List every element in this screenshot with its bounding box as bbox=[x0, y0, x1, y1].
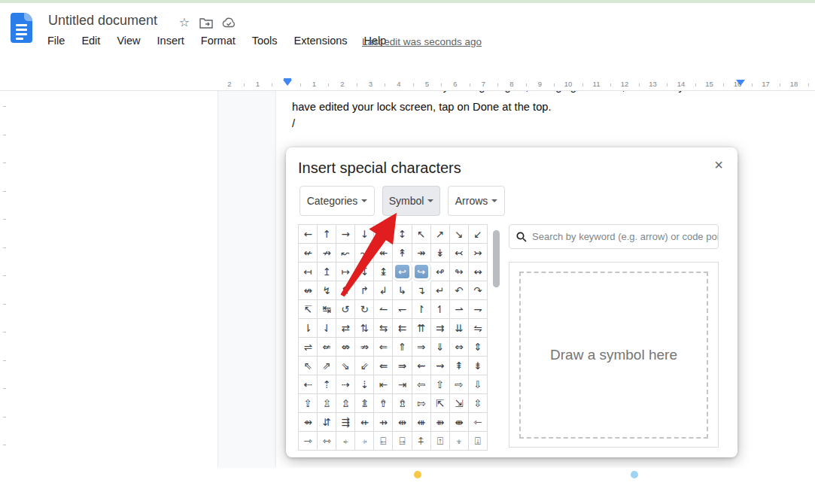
symbol-cell[interactable]: ↿ bbox=[431, 300, 450, 319]
symbol-cell[interactable]: ⇈ bbox=[412, 319, 431, 338]
symbol-cell[interactable]: ↜ bbox=[336, 244, 355, 263]
symbol-cell[interactable]: ⇱ bbox=[431, 394, 450, 413]
symbol-cell[interactable]: ⇊ bbox=[450, 319, 469, 338]
draw-symbol-area[interactable]: Draw a symbol here bbox=[519, 272, 708, 439]
symbol-cell[interactable]: ⇣ bbox=[355, 375, 374, 394]
symbol-cell[interactable]: ↯ bbox=[318, 281, 336, 300]
horizontal-ruler[interactable]: 21123456789101112131415161718 bbox=[0, 78, 815, 91]
symbol-cell[interactable]: ⇙ bbox=[355, 357, 374, 375]
symbol-cell[interactable]: ⇓ bbox=[431, 338, 450, 357]
symbol-cell[interactable]: ⇌ bbox=[299, 338, 318, 357]
symbol-cell[interactable]: ↰ bbox=[336, 281, 355, 300]
symbol-cell[interactable]: ⇘ bbox=[336, 357, 355, 375]
symbol-cell[interactable]: ↔ bbox=[374, 225, 393, 244]
symbol-cell[interactable]: ↥ bbox=[318, 263, 336, 281]
cloud-status-icon[interactable] bbox=[222, 17, 236, 31]
symbol-cell[interactable]: ⇵ bbox=[318, 413, 336, 432]
symbol-cell[interactable]: ↶ bbox=[450, 281, 469, 300]
symbol-cell[interactable]: ↬ bbox=[450, 263, 469, 281]
symbol-cell[interactable]: ↭ bbox=[469, 263, 488, 281]
symbol-cell[interactable]: ⍇ bbox=[374, 432, 393, 451]
symbol-cell[interactable]: ↛ bbox=[318, 244, 336, 263]
symbol-cell[interactable]: ⇧ bbox=[431, 375, 450, 394]
symbol-cell[interactable]: ↙ bbox=[469, 225, 488, 244]
symbol-cell[interactable]: ⇁ bbox=[469, 300, 488, 319]
symbol-cell[interactable]: ⇛ bbox=[393, 357, 412, 375]
symbol-cell[interactable]: ↣ bbox=[469, 244, 488, 263]
symbol-cell[interactable]: ↓ bbox=[355, 225, 374, 244]
menu-file[interactable]: File bbox=[47, 35, 65, 47]
symbol-cell[interactable]: ↨ bbox=[374, 263, 393, 281]
symbol-cell[interactable]: ⇩ bbox=[469, 375, 488, 394]
document-title[interactable]: Untitled document bbox=[48, 13, 157, 29]
symbol-cell[interactable]: ⇡ bbox=[318, 375, 336, 394]
menu-view[interactable]: View bbox=[117, 35, 140, 47]
symbol-cell[interactable]: ↱ bbox=[355, 281, 374, 300]
symbol-cell[interactable]: ⇂ bbox=[299, 319, 318, 338]
symbol-cell[interactable]: ⇼ bbox=[450, 413, 469, 432]
symbol-cell[interactable]: ⇴ bbox=[299, 413, 318, 432]
symbol-cell[interactable]: ⇮ bbox=[374, 394, 393, 413]
symbol-cell[interactable]: ⇗ bbox=[318, 357, 336, 375]
symbol-cell[interactable]: ↖ bbox=[412, 225, 431, 244]
symbol-cell[interactable]: ⇸ bbox=[374, 413, 393, 432]
menu-tools[interactable]: Tools bbox=[252, 35, 278, 47]
symbol-cell[interactable]: ⇲ bbox=[450, 394, 469, 413]
symbol-cell[interactable]: ⇹ bbox=[393, 413, 412, 432]
move-to-folder-icon[interactable] bbox=[199, 17, 213, 31]
arrows-dropdown[interactable]: Arrows bbox=[448, 186, 505, 216]
symbol-cell[interactable]: ↟ bbox=[393, 244, 412, 263]
symbol-cell[interactable]: ⍐ bbox=[431, 432, 450, 451]
symbol-cell[interactable]: ↻ bbox=[355, 300, 374, 319]
symbol-cell[interactable]: ↺ bbox=[336, 300, 355, 319]
symbol-cell[interactable]: ⇯ bbox=[393, 394, 412, 413]
symbol-cell[interactable]: ↫ bbox=[431, 263, 450, 281]
symbol-cell[interactable]: ⇑ bbox=[393, 338, 412, 357]
symbol-cell[interactable]: → bbox=[336, 225, 355, 244]
symbol-cell[interactable]: ↩ bbox=[393, 263, 412, 281]
symbol-cell[interactable]: ⇻ bbox=[431, 413, 450, 432]
symbol-cell[interactable]: ⇒ bbox=[412, 338, 431, 357]
categories-dropdown[interactable]: Categories bbox=[300, 186, 375, 216]
symbol-cell[interactable]: ⇝ bbox=[431, 357, 450, 375]
symbol-cell[interactable]: ⇀ bbox=[450, 300, 469, 319]
symbol-cell[interactable]: ⇤ bbox=[374, 375, 393, 394]
close-icon[interactable]: × bbox=[710, 156, 727, 173]
right-indent-marker[interactable] bbox=[736, 80, 745, 86]
symbol-cell[interactable]: ⇞ bbox=[450, 357, 469, 375]
symbol-cell[interactable]: ↡ bbox=[431, 244, 450, 263]
symbol-cell[interactable]: ↦ bbox=[336, 263, 355, 281]
symbol-cell[interactable]: ⇳ bbox=[469, 394, 488, 413]
symbol-cell[interactable]: ⇠ bbox=[299, 375, 318, 394]
symbol-cell[interactable]: ⇏ bbox=[355, 338, 374, 357]
symbol-cell[interactable]: ⇭ bbox=[355, 394, 374, 413]
symbol-cell[interactable]: ⇍ bbox=[318, 338, 336, 357]
symbol-cell[interactable]: ⇦ bbox=[412, 375, 431, 394]
menu-edit[interactable]: Edit bbox=[81, 35, 100, 47]
symbol-cell[interactable]: ⇕ bbox=[469, 338, 488, 357]
search-input[interactable] bbox=[532, 231, 718, 242]
symbol-cell[interactable]: ⇺ bbox=[412, 413, 431, 432]
symbol-cell[interactable]: ↵ bbox=[431, 281, 450, 300]
symbol-cell[interactable]: ⇄ bbox=[336, 319, 355, 338]
symbol-cell[interactable]: ↧ bbox=[355, 263, 374, 281]
symbol-cell[interactable]: ⇰ bbox=[412, 394, 431, 413]
symbol-cell[interactable]: ↠ bbox=[412, 244, 431, 263]
symbol-cell[interactable]: ↕ bbox=[393, 225, 412, 244]
symbol-cell[interactable]: ⇆ bbox=[374, 319, 393, 338]
symbol-cell[interactable]: ↝ bbox=[355, 244, 374, 263]
symbol-cell[interactable]: ⇢ bbox=[336, 375, 355, 394]
left-indent-marker[interactable] bbox=[283, 80, 292, 86]
symbol-cell[interactable]: ⇾ bbox=[299, 432, 318, 451]
symbol-cell[interactable]: ↚ bbox=[299, 244, 318, 263]
menu-format[interactable]: Format bbox=[201, 35, 236, 47]
symbol-cell[interactable]: ⇔ bbox=[450, 338, 469, 357]
symbol-cell[interactable]: ⇖ bbox=[299, 357, 318, 375]
symbol-cell[interactable]: ↤ bbox=[299, 263, 318, 281]
symbol-cell[interactable]: ↪ bbox=[412, 263, 431, 281]
symbol-cell[interactable]: ⇫ bbox=[318, 394, 336, 413]
symbol-cell[interactable]: ↗ bbox=[431, 225, 450, 244]
symbol-cell[interactable]: ⇿ bbox=[318, 432, 336, 451]
symbol-cell[interactable]: ↢ bbox=[450, 244, 469, 263]
symbol-cell[interactable]: ⇅ bbox=[355, 319, 374, 338]
